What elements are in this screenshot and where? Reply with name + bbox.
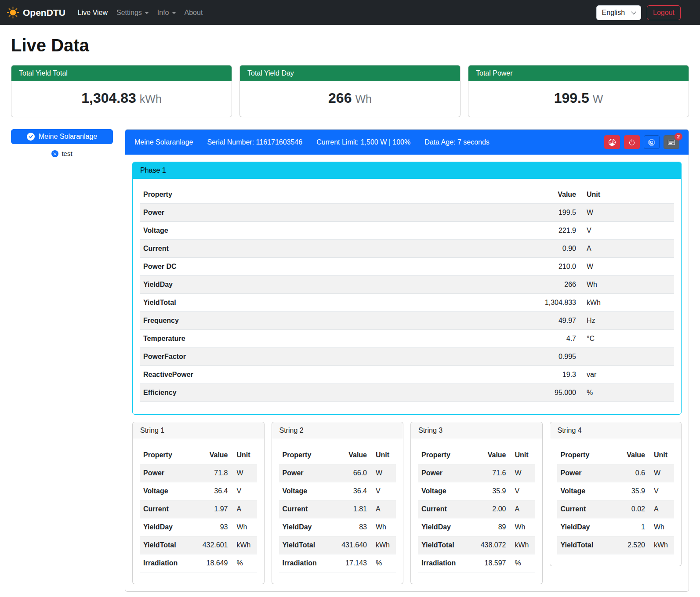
nav-settings-label: Settings: [116, 9, 142, 17]
row-value: 93: [191, 518, 232, 536]
row-property: Irradiation: [418, 554, 469, 572]
row-value: 83: [330, 518, 370, 536]
column-property: Property: [140, 186, 522, 204]
table-row: Current 0.02 A: [557, 500, 675, 518]
row-property: Current: [140, 500, 191, 518]
table-row: Efficiency 95.000 %: [140, 384, 674, 402]
row-value: 18.597: [469, 554, 510, 572]
row-unit: var: [580, 366, 674, 384]
table-row: Current 2.00 A: [418, 500, 535, 518]
table-row: YieldDay 83 Wh: [279, 518, 396, 536]
summary-card: Total Power 199.5W: [468, 65, 689, 117]
row-value: 19.3: [522, 366, 580, 384]
inverter-limit: Current Limit: 1,500 W | 100%: [316, 138, 410, 146]
power-icon: [628, 139, 635, 146]
table-row: YieldTotal 2.520 kWh: [557, 536, 675, 554]
table-row: Power 71.6 W: [418, 464, 535, 482]
row-unit: A: [370, 500, 396, 518]
row-property: YieldTotal: [140, 294, 522, 312]
language-value: English: [602, 9, 625, 17]
row-value: 431.640: [330, 536, 370, 554]
brand-link[interactable]: OpenDTU: [7, 7, 65, 18]
language-select[interactable]: English: [596, 5, 641, 20]
row-property: PowerFactor: [140, 348, 522, 366]
table-row: YieldDay 89 Wh: [418, 518, 535, 536]
inverter-card-body: Phase 1 Property Value Unit: [125, 155, 689, 591]
row-value: 210.0: [522, 258, 580, 276]
row-property: Power DC: [140, 258, 522, 276]
power-settings-button[interactable]: [624, 135, 640, 149]
row-unit: Wh: [580, 276, 674, 294]
summary-card: Total Yield Total 1,304.83kWh: [11, 65, 232, 117]
table-row: ReactivePower 19.3 var: [140, 366, 674, 384]
nav-info[interactable]: Info: [153, 5, 180, 20]
row-unit: V: [649, 482, 674, 500]
summary-value: 266: [328, 90, 352, 106]
table-row: Irradiation 18.597 %: [418, 554, 535, 572]
row-property: YieldDay: [140, 276, 522, 294]
table-row: Current 1.97 A: [140, 500, 257, 518]
row-unit: W: [510, 464, 535, 482]
speedometer-icon: [609, 139, 616, 146]
strings-row: String 1 Property Value Unit: [132, 422, 682, 584]
device-info-button[interactable]: [644, 135, 660, 149]
column-unit: Unit: [510, 446, 535, 464]
limit-settings-button[interactable]: [604, 135, 620, 149]
row-property: Voltage: [557, 482, 609, 500]
row-value: 4.7: [522, 330, 580, 348]
row-unit: A: [510, 500, 535, 518]
row-unit: W: [370, 464, 396, 482]
row-unit: Wh: [232, 518, 257, 536]
row-property: Current: [418, 500, 469, 518]
row-value: 0.90: [522, 240, 580, 258]
row-unit: %: [370, 554, 396, 572]
inverter-toolbar: 2: [604, 135, 679, 149]
page-content: Live Data Total Yield Total 1,304.83kWh …: [0, 25, 700, 597]
column-unit: Unit: [370, 446, 396, 464]
summary-card-title: Total Power: [468, 65, 689, 81]
inverter-item-test[interactable]: test: [11, 150, 113, 157]
nav-about[interactable]: About: [180, 5, 207, 20]
nav-live-view[interactable]: Live View: [73, 5, 112, 20]
row-property: Power: [279, 464, 330, 482]
event-log-button[interactable]: 2: [664, 135, 679, 149]
row-value: 71.8: [191, 464, 232, 482]
phase-panel: Phase 1 Property Value Unit: [132, 162, 682, 415]
row-unit: A: [649, 500, 674, 518]
row-value: 35.9: [469, 482, 510, 500]
row-unit: V: [580, 222, 674, 240]
summary-cards: Total Yield Total 1,304.83kWh Total Yiel…: [11, 65, 689, 117]
row-unit: A: [232, 500, 257, 518]
chevron-down-icon: [172, 12, 176, 14]
summary-card-title: Total Yield Day: [240, 65, 460, 81]
logout-button[interactable]: Logout: [647, 5, 681, 20]
table-row: Voltage 35.9 V: [418, 482, 535, 500]
inverter-name: Meine Solaranlage: [134, 138, 193, 146]
string-card-title: String 3: [411, 422, 542, 439]
column-value: Value: [608, 446, 649, 464]
row-property: YieldTotal: [418, 536, 469, 554]
row-property: YieldTotal: [557, 536, 609, 554]
column-value: Value: [330, 446, 370, 464]
inverter-data-age: Data Age: 7 seconds: [424, 138, 490, 146]
table-row: Current 0.90 A: [140, 240, 674, 258]
row-property: Voltage: [140, 482, 191, 500]
table-row: Temperature 4.7 °C: [140, 330, 674, 348]
table-row: Power 66.0 W: [279, 464, 396, 482]
row-property: YieldDay: [279, 518, 330, 536]
summary-card: Total Yield Day 266Wh: [239, 65, 461, 117]
table-row: Power 71.8 W: [140, 464, 257, 482]
summary-unit: W: [593, 93, 603, 105]
row-property: Power: [418, 464, 469, 482]
table-row: Power 199.5 W: [140, 204, 674, 222]
navbar: OpenDTU Live View Settings Info About En…: [0, 0, 700, 25]
row-unit: kWh: [510, 536, 535, 554]
row-property: Current: [557, 500, 609, 518]
string-card-title: String 2: [272, 422, 403, 439]
nav-settings[interactable]: Settings: [112, 5, 153, 20]
sun-icon: [7, 7, 19, 18]
row-property: YieldTotal: [140, 536, 191, 554]
table-row: YieldTotal 1,304.833 kWh: [140, 294, 674, 312]
table-header-row: Property Value Unit: [140, 446, 257, 464]
inverter-select-button[interactable]: Meine Solaranlage: [11, 129, 113, 144]
